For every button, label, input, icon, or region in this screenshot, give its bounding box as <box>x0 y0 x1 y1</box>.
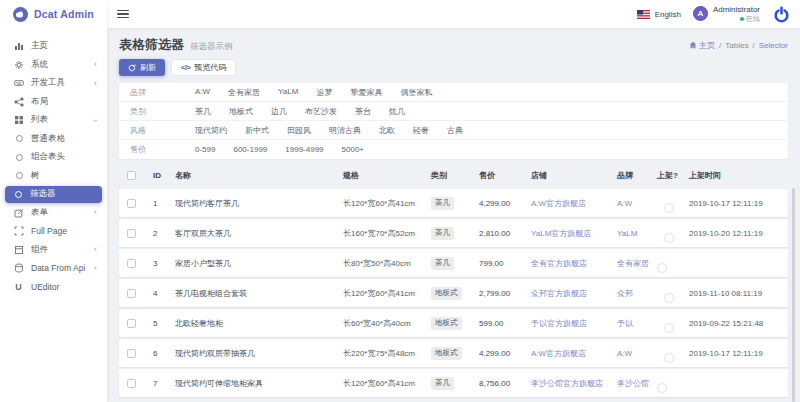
circle-bullet-icon <box>15 191 22 198</box>
filter-label: 风格 <box>119 125 195 136</box>
select-all-checkbox[interactable] <box>127 171 136 180</box>
brand-link[interactable]: A:W <box>617 199 657 208</box>
us-flag-icon <box>637 10 650 19</box>
cell-name: 现代简约双层带抽茶几 <box>175 348 343 359</box>
sidebar-item-components[interactable]: 组件 ‹ <box>0 241 107 260</box>
brand-link[interactable]: 众邦 <box>617 288 657 299</box>
filter-option[interactable]: 茶几 <box>195 106 211 117</box>
row-checkbox[interactable] <box>127 349 136 358</box>
row-checkbox[interactable] <box>127 229 136 238</box>
language-label: English <box>655 10 681 19</box>
row-checkbox[interactable] <box>127 289 136 298</box>
filter-row-price: 售价 0-599 600-1999 1999-4999 5000+ <box>119 140 788 159</box>
header-name: 名称 <box>175 170 343 181</box>
shop-link[interactable]: 众邦官方旗舰店 <box>531 288 617 299</box>
filter-option[interactable]: 新中式 <box>245 125 269 136</box>
preview-code-button[interactable]: </> 预览代码 <box>171 59 236 76</box>
filter-option[interactable]: 北欧 <box>379 125 395 136</box>
filter-option[interactable]: 明清古典 <box>329 125 361 136</box>
row-checkbox[interactable] <box>127 199 136 208</box>
sidebar-toggle-button[interactable] <box>117 10 129 19</box>
header-time: 上架时间 <box>689 170 788 181</box>
sidebar-item-full-page[interactable]: Full Page <box>0 222 107 241</box>
sidebar-item-system[interactable]: 系统 ‹ <box>0 56 107 75</box>
sidebar-item-devtools[interactable]: 开发工具 ‹ <box>0 74 107 93</box>
code-icon: </> <box>181 63 190 72</box>
filter-option[interactable]: 边几 <box>271 106 287 117</box>
filter-option[interactable]: 600-1999 <box>233 145 267 154</box>
brand-link[interactable]: YaLM <box>617 229 657 238</box>
table-row: 5 北欧轻奢地柜 长60*宽40*高40cm 地板式 599.00 予以官方旗舰… <box>119 309 788 337</box>
sidebar-item-layout[interactable]: 布局 <box>0 93 107 112</box>
filter-option[interactable]: 茶台 <box>355 106 371 117</box>
filter-option[interactable]: 田园风 <box>287 125 311 136</box>
row-checkbox[interactable] <box>127 259 136 268</box>
filter-option[interactable]: 追梦 <box>316 87 332 98</box>
user-menu[interactable]: A Administrator 在线 <box>693 5 760 22</box>
breadcrumb: 主页 / Tables / Selector <box>689 40 788 51</box>
main-content: 表格筛选器 筛选器示例 主页 / Tables / Selector 刷新 </… <box>107 28 800 402</box>
filter-option[interactable]: 5000+ <box>342 145 364 154</box>
table-row: 1 现代简约客厅茶几 长120*宽60*高41cm 茶几 4,299.00 A:… <box>119 189 788 217</box>
language-switcher[interactable]: English <box>637 10 681 19</box>
filter-option[interactable]: 挚爱家具 <box>350 87 382 98</box>
bar-chart-icon <box>13 41 24 52</box>
breadcrumb-current[interactable]: Selector <box>759 41 788 50</box>
filter-option[interactable]: 1999-4999 <box>285 145 323 154</box>
online-dot-icon <box>740 17 744 21</box>
sidebar-menu: 主页 系统 ‹ 开发工具 ‹ 布局 列表 ‹ <box>0 28 107 296</box>
brand-link[interactable]: 李沙公馆 <box>617 378 657 389</box>
cell-spec: 长220*宽75*高48cm <box>343 348 431 359</box>
sidebar-item-home[interactable]: 主页 <box>0 37 107 56</box>
shop-link[interactable]: A:W官方旗舰店 <box>531 348 617 359</box>
row-checkbox[interactable] <box>127 379 136 388</box>
cell-id: 1 <box>153 199 175 208</box>
shop-link[interactable]: 李沙公馆官方旗舰店 <box>531 378 617 389</box>
cell-name: 茶几电视柜组合套装 <box>175 288 343 299</box>
refresh-button[interactable]: 刷新 <box>119 59 165 76</box>
sidebar-item-ueditor[interactable]: U UEditor <box>0 278 107 297</box>
table-row: 2 客厅双层大茶几 长160*宽70*高52cm 茶几 2,810.00 YaL… <box>119 219 788 247</box>
logout-power-button[interactable] <box>772 5 790 23</box>
header-shop: 店铺 <box>531 170 617 181</box>
sidebar-item-combined-header[interactable]: 组合表头 <box>0 148 107 167</box>
shop-link[interactable]: 予以官方旗舰店 <box>531 318 617 329</box>
filter-option[interactable]: 偶堡家私 <box>400 87 432 98</box>
row-checkbox[interactable] <box>127 319 136 328</box>
cell-time: 2019-11-10 08:11:19 <box>689 289 788 298</box>
filter-option[interactable]: 古典 <box>447 125 463 136</box>
brand-link[interactable]: 予以 <box>617 318 657 329</box>
sidebar: Dcat Admin 主页 系统 ‹ 开发工具 ‹ 布局 <box>0 0 107 402</box>
brand-link[interactable]: A:W <box>617 349 657 358</box>
sidebar-item-basic-table[interactable]: 普通表格 <box>0 130 107 149</box>
shop-link[interactable]: 全有官方旗舰店 <box>531 258 617 269</box>
sidebar-item-tables[interactable]: 列表 ‹ <box>0 111 107 130</box>
circle-bullet-icon <box>16 135 23 142</box>
cell-price: 4,299.00 <box>479 349 531 358</box>
brand-logo[interactable]: Dcat Admin <box>0 0 107 28</box>
filter-option[interactable]: YaLM <box>278 87 298 98</box>
circle-bullet-icon <box>16 172 23 179</box>
filter-option[interactable]: 全有家居 <box>228 87 260 98</box>
breadcrumb-home-link[interactable]: 主页 <box>689 40 715 51</box>
filter-option[interactable]: 炕几 <box>389 106 405 117</box>
refresh-icon <box>128 64 136 72</box>
filter-option[interactable]: 布艺沙发 <box>305 106 337 117</box>
filter-option[interactable]: 现代简约 <box>195 125 227 136</box>
filter-option[interactable]: 轻奢 <box>413 125 429 136</box>
filter-option[interactable]: A:W <box>195 87 210 98</box>
shop-link[interactable]: YaLM官方旗舰店 <box>531 228 617 239</box>
chevron-down-icon: ‹ <box>91 119 100 122</box>
sidebar-item-selector-active[interactable]: 筛选器 <box>5 186 102 203</box>
table-row: 3 家居小户型茶几 长80*宽50*高40cm 茶几 799.00 全有官方旗舰… <box>119 249 788 277</box>
sidebar-item-label: 系统 <box>31 59 94 71</box>
header-brand: 品牌 <box>617 170 657 181</box>
sidebar-item-form[interactable]: 表单 ‹ <box>0 204 107 223</box>
sidebar-item-tree[interactable]: 树 <box>0 167 107 186</box>
vertical-scrollbar[interactable] <box>792 188 795 402</box>
sidebar-item-data-from-api[interactable]: Data From Api ‹ <box>0 259 107 278</box>
filter-option[interactable]: 地板式 <box>229 106 253 117</box>
brand-link[interactable]: 全有家居 <box>617 258 657 269</box>
shop-link[interactable]: A:W官方旗舰店 <box>531 198 617 209</box>
filter-option[interactable]: 0-599 <box>195 145 215 154</box>
